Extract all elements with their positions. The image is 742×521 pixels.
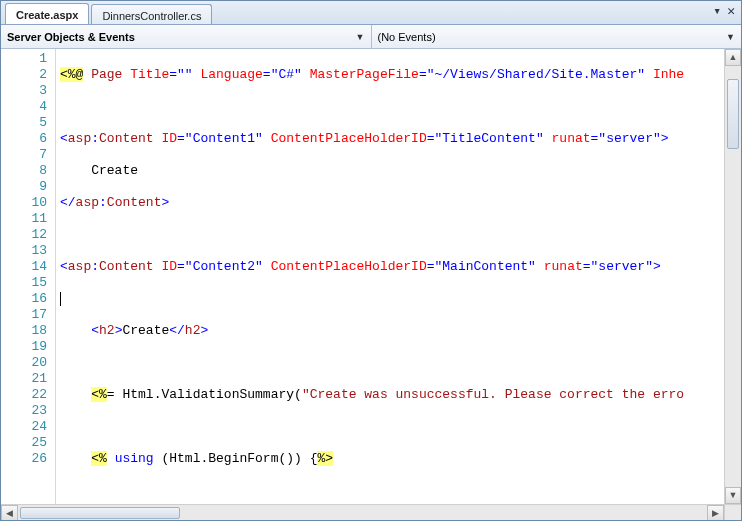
line-number-gutter: 1 2 3 4 5 6 7 8 9 10 11 12 13 14 15 16 1… [1, 49, 56, 504]
line-number: 25 [1, 435, 55, 451]
line-number: 2 [1, 67, 55, 83]
line-number: 4 [1, 99, 55, 115]
scroll-left-icon[interactable]: ◀ [1, 505, 18, 521]
tab-dinnerscontroller[interactable]: DinnersController.cs [91, 4, 212, 24]
dropdown-label: Server Objects & Events [7, 31, 135, 43]
line-number: 7 [1, 147, 55, 163]
scroll-track[interactable] [18, 505, 707, 521]
dropdown-label: (No Events) [378, 31, 436, 43]
scroll-down-icon[interactable]: ▼ [725, 487, 741, 504]
vertical-scrollbar[interactable]: ▲ ▼ [724, 49, 741, 504]
tab-tools: ▾ ✕ [713, 3, 735, 18]
horizontal-scrollbar[interactable]: ◀ ▶ [1, 504, 741, 521]
nav-dropdown-bar: Server Objects & Events ▼ (No Events) ▼ [1, 25, 741, 49]
code-area[interactable]: <%@ Page Title="" Language="C#" MasterPa… [56, 49, 724, 504]
line-number: 23 [1, 403, 55, 419]
scroll-corner [724, 505, 741, 521]
scroll-thumb[interactable] [727, 79, 739, 149]
line-number: 21 [1, 371, 55, 387]
dropdown-tabs-icon[interactable]: ▾ [713, 3, 721, 18]
line-number: 24 [1, 419, 55, 435]
line-number: 6 [1, 131, 55, 147]
line-number: 18 [1, 323, 55, 339]
line-number: 14 [1, 259, 55, 275]
text-caret [60, 292, 61, 306]
event-selector[interactable]: (No Events) ▼ [372, 25, 742, 48]
chevron-down-icon: ▼ [726, 32, 735, 42]
close-tab-icon[interactable]: ✕ [727, 3, 735, 18]
line-number: 1 [1, 51, 55, 67]
line-number: 9 [1, 179, 55, 195]
line-number: 8 [1, 163, 55, 179]
line-number: 5 [1, 115, 55, 131]
line-number: 16 [1, 291, 55, 307]
line-number: 10 [1, 195, 55, 211]
line-number: 19 [1, 339, 55, 355]
line-number: 22 [1, 387, 55, 403]
line-number: 17 [1, 307, 55, 323]
tab-create-aspx[interactable]: Create.aspx [5, 3, 89, 24]
line-number: 11 [1, 211, 55, 227]
scroll-thumb[interactable] [20, 507, 180, 519]
code-content[interactable]: <%@ Page Title="" Language="C#" MasterPa… [56, 49, 724, 504]
line-number: 3 [1, 83, 55, 99]
line-number: 12 [1, 227, 55, 243]
tab-label: DinnersController.cs [102, 10, 201, 22]
scroll-right-icon[interactable]: ▶ [707, 505, 724, 521]
scroll-up-icon[interactable]: ▲ [725, 49, 741, 66]
chevron-down-icon: ▼ [356, 32, 365, 42]
object-selector[interactable]: Server Objects & Events ▼ [1, 25, 372, 48]
line-number: 15 [1, 275, 55, 291]
line-number: 13 [1, 243, 55, 259]
line-number: 26 [1, 451, 55, 467]
tab-bar: Create.aspx DinnersController.cs ▾ ✕ [1, 1, 741, 25]
tab-label: Create.aspx [16, 9, 78, 21]
line-number: 20 [1, 355, 55, 371]
editor: 1 2 3 4 5 6 7 8 9 10 11 12 13 14 15 16 1… [1, 49, 741, 504]
